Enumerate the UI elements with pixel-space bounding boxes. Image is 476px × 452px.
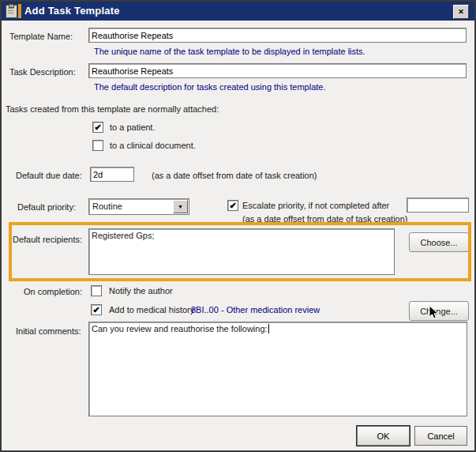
titlebar: Add Task Template ✕: [2, 2, 474, 21]
task-description-label: Task Description:: [9, 67, 76, 77]
dropdown-button[interactable]: ▼: [173, 200, 188, 213]
default-recipients-label: Default recipients:: [13, 235, 82, 244]
default-recipients-textarea[interactable]: Registered Gps;: [88, 228, 395, 275]
to-a-clinical-document-checkbox[interactable]: ✔: [92, 140, 103, 151]
escalate-priority-label: Escalate priority, if not completed afte…: [242, 201, 389, 210]
escalate-after-input[interactable]: [407, 198, 469, 213]
cancel-button-label: Cancel: [427, 431, 454, 441]
check-icon: ✔: [94, 123, 101, 131]
medical-history-code[interactable]: 8BI..00 - Other medication review: [191, 305, 320, 315]
to-a-patient-label: to a patient.: [110, 122, 156, 132]
change-button[interactable]: Change...: [409, 301, 469, 321]
default-priority-label: Default priority:: [17, 202, 76, 212]
to-a-clinical-document-label: to a clinical document.: [110, 141, 196, 150]
check-icon: ✔: [92, 306, 99, 314]
default-due-date-label: Default due date:: [16, 171, 82, 180]
notify-the-author-label: Notify the author: [109, 286, 173, 296]
escalate-priority-note: (as a date offset from date of task crea…: [242, 214, 408, 224]
default-due-date-input[interactable]: [90, 167, 134, 182]
escalate-priority-checkbox[interactable]: ✔: [227, 200, 238, 211]
initial-comments-label: Initial comments:: [16, 326, 81, 336]
cancel-button[interactable]: Cancel: [414, 426, 467, 446]
window-title: Add Task Template: [24, 5, 120, 17]
add-to-medical-history-checkbox[interactable]: ✔: [91, 304, 102, 315]
clipboard-icon: [6, 5, 17, 18]
choose-button-label: Choose...: [420, 238, 457, 247]
add-task-template-dialog: Add Task Template ✕ Template Name: The u…: [0, 0, 476, 452]
priority-selected-value: Routine: [92, 202, 122, 211]
template-name-hint: The unique name of the task template to …: [94, 47, 365, 56]
check-icon: ✔: [229, 202, 236, 209]
due-date-note: (as a date offset from date of task crea…: [152, 171, 317, 180]
text-caret: [268, 324, 269, 333]
chevron-down-icon: ▼: [178, 204, 183, 209]
close-button[interactable]: ✕: [453, 5, 469, 19]
template-name-input[interactable]: [88, 28, 467, 43]
ok-button-label: OK: [377, 431, 390, 441]
close-icon: ✕: [458, 8, 464, 16]
choose-button[interactable]: Choose...: [409, 232, 469, 252]
notify-the-author-checkbox[interactable]: ✔: [91, 285, 102, 296]
to-a-patient-checkbox[interactable]: ✔: [92, 122, 103, 133]
attachment-section-label: Tasks created from this template are nor…: [6, 104, 219, 114]
on-completion-label: On completion:: [24, 287, 82, 296]
initial-comments-value: Can you review and reauthorise the follo…: [92, 324, 268, 333]
ok-button[interactable]: OK: [357, 426, 410, 446]
task-description-hint: The default description for tasks create…: [94, 82, 326, 92]
task-description-input[interactable]: [88, 63, 467, 78]
add-to-medical-history-label: Add to medical history: [109, 305, 194, 315]
template-name-label: Template Name:: [9, 32, 73, 41]
change-button-label: Change...: [420, 307, 458, 316]
task-template-icon: [6, 4, 23, 18]
recipients-value: Registered Gps;: [92, 231, 154, 240]
initial-comments-textarea[interactable]: Can you review and reauthorise the follo…: [88, 322, 467, 416]
gold-bar-icon: [18, 4, 21, 18]
default-priority-dropdown[interactable]: Routine ▼: [88, 198, 189, 215]
